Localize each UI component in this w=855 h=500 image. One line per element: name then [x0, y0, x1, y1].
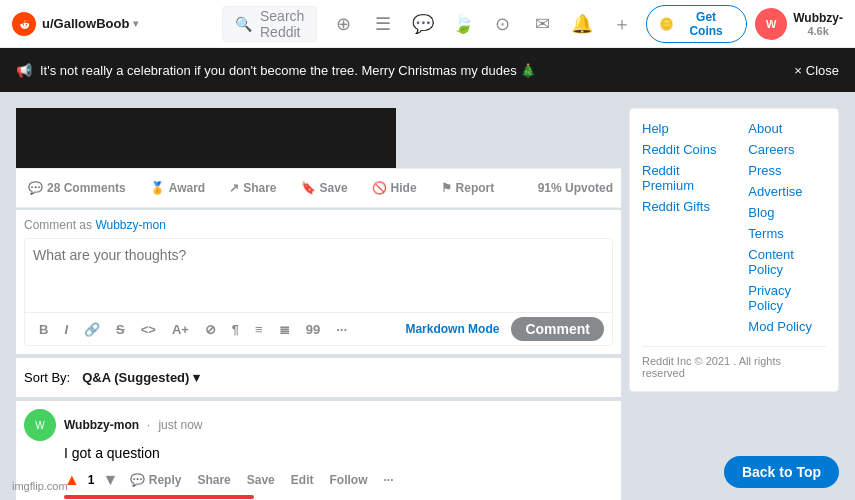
sidebar-link-reddit-gifts[interactable]: Reddit Gifts	[642, 199, 728, 214]
search-bar[interactable]: 🔍 Search Reddit	[222, 6, 317, 42]
bell-icon-btn[interactable]: 🔔	[566, 8, 598, 40]
comments-button[interactable]: 💬 28 Comments	[24, 177, 130, 199]
sidebar-link-terms[interactable]: Terms	[748, 226, 826, 241]
close-label: Close	[806, 63, 839, 78]
comment-follow-label: Follow	[329, 473, 367, 487]
comment-share-button[interactable]: Share	[193, 469, 234, 491]
coin-icon: 🪙	[659, 17, 674, 31]
spoiler-button[interactable]: ⊘	[199, 318, 222, 341]
circle-icon-btn[interactable]: ⊙	[487, 8, 519, 40]
back-to-top-button[interactable]: Back to Top	[724, 456, 839, 488]
sidebar-link-help[interactable]: Help	[642, 121, 728, 136]
comment-as-username[interactable]: Wubbzy-mon	[95, 218, 165, 232]
subreddit-avatar	[12, 12, 36, 36]
subreddit-name-btn[interactable]: u/GallowBoob ▾	[42, 16, 138, 31]
sidebar-col-2: About Careers Press Advertise Blog Terms…	[748, 121, 826, 334]
comment-textarea[interactable]	[25, 239, 612, 309]
main-layout: 💬 28 Comments 🏅 Award ↗ Share 🔖 Save 🚫 H…	[0, 92, 855, 500]
sort-chevron-icon: ▾	[193, 370, 200, 385]
comments-label: 28 Comments	[47, 181, 126, 195]
sidebar-link-privacy-policy[interactable]: Privacy Policy	[748, 283, 826, 313]
share-label: Share	[243, 181, 276, 195]
popular-icon-btn[interactable]: ☰	[367, 8, 399, 40]
username: Wubbzy-	[793, 11, 843, 25]
sidebar-link-reddit-premium[interactable]: Reddit Premium	[642, 163, 728, 193]
plus-icon-btn[interactable]: ＋	[606, 8, 638, 40]
sort-select-button[interactable]: Q&A (Suggested) ▾	[76, 366, 206, 389]
avatar-initial: W	[766, 18, 776, 30]
comment-submit-button[interactable]: Comment	[511, 317, 604, 341]
sort-by-label: Sort By:	[24, 370, 70, 385]
hide-icon: 🚫	[372, 181, 387, 195]
sidebar-link-mod-policy[interactable]: Mod Policy	[748, 319, 826, 334]
sidebar-link-reddit-coins[interactable]: Reddit Coins	[642, 142, 728, 157]
comment-follow-button[interactable]: Follow	[325, 469, 371, 491]
avatar: W	[755, 8, 787, 40]
sort-bar: Sort By: Q&A (Suggested) ▾	[16, 358, 621, 397]
comment-header: W Wubbzy-mon · just now	[24, 409, 613, 441]
sidebar-link-careers[interactable]: Careers	[748, 142, 826, 157]
more-toolbar-button[interactable]: ···	[330, 318, 353, 341]
comment-share-label: Share	[197, 473, 230, 487]
user-info: Wubbzy- 4.6k	[793, 11, 843, 37]
strikethrough-button[interactable]: S	[110, 318, 131, 341]
message-icon-btn[interactable]: ✉	[527, 8, 559, 40]
red-underline-annotation	[64, 495, 254, 499]
sidebar-link-advertise[interactable]: Advertise	[748, 184, 826, 199]
comment-as-prefix: Comment as	[24, 218, 92, 232]
hide-button[interactable]: 🚫 Hide	[368, 177, 421, 199]
quote-button[interactable]: 99	[300, 318, 326, 341]
comment-vote-row: ▲ 1 ▼ 💬 Reply Share Save Edit Follow	[64, 469, 613, 491]
notification-text: 📢 It's not really a celebration if you d…	[16, 63, 536, 78]
home-icon-btn[interactable]: ⊕	[327, 8, 359, 40]
back-to-top-label: Back to Top	[742, 464, 821, 480]
sidebar-link-about[interactable]: About	[748, 121, 826, 136]
comment-save-label: Save	[247, 473, 275, 487]
comment-edit-button[interactable]: Edit	[287, 469, 318, 491]
sidebar-col-1: Help Reddit Coins Reddit Premium Reddit …	[642, 121, 728, 334]
italic-button[interactable]: I	[58, 318, 74, 341]
notification-close-button[interactable]: × Close	[794, 63, 839, 78]
markdown-mode-button[interactable]: Markdown Mode	[405, 322, 499, 336]
comment-author[interactable]: Wubbzy-mon	[64, 418, 139, 432]
sort-value: Q&A (Suggested)	[82, 370, 189, 385]
bullet-list-button[interactable]: ≡	[249, 318, 269, 341]
post-image	[16, 108, 396, 168]
comments-icon: 💬	[28, 181, 43, 195]
award-button[interactable]: 🏅 Award	[146, 177, 209, 199]
notification-bar: 📢 It's not really a celebration if you d…	[0, 48, 855, 92]
numbered-list-button[interactable]: ≣	[273, 318, 296, 341]
user-avatar-btn[interactable]: W Wubbzy- 4.6k	[755, 8, 843, 40]
report-button[interactable]: ⚑ Report	[437, 177, 499, 199]
sidebar-link-press[interactable]: Press	[748, 163, 826, 178]
reply-label: Reply	[149, 473, 182, 487]
bold-button[interactable]: B	[33, 318, 54, 341]
para-button[interactable]: ¶	[226, 318, 245, 341]
get-coins-label: Get Coins	[678, 10, 734, 38]
comment-more-button[interactable]: ···	[379, 469, 397, 491]
hide-label: Hide	[391, 181, 417, 195]
save-button[interactable]: 🔖 Save	[297, 177, 352, 199]
sidebar-dropdown: Help Reddit Coins Reddit Premium Reddit …	[629, 108, 839, 392]
link-button[interactable]: 🔗	[78, 318, 106, 341]
get-coins-button[interactable]: 🪙 Get Coins	[646, 5, 747, 43]
topbar-left: u/GallowBoob ▾	[12, 12, 212, 36]
chat-icon-btn[interactable]: 💬	[407, 8, 439, 40]
save-label: Save	[320, 181, 348, 195]
downvote-button[interactable]: ▼	[103, 471, 119, 489]
comment-text: I got a question	[64, 445, 613, 461]
share-button[interactable]: ↗ Share	[225, 177, 280, 199]
reply-button[interactable]: 💬 Reply	[126, 469, 185, 491]
code-button[interactable]: <>	[135, 318, 162, 341]
search-placeholder: Search Reddit	[260, 8, 304, 40]
comment-container: W Wubbzy-mon · just now I got a question…	[16, 401, 621, 500]
sidebar-link-blog[interactable]: Blog	[748, 205, 826, 220]
comment-toolbar: B I 🔗 S <> A+ ⊘ ¶ ≡ ≣ 99 ··· Markdown Mo…	[25, 312, 612, 345]
comment-dot: ·	[147, 418, 150, 432]
sidebar-link-content-policy[interactable]: Content Policy	[748, 247, 826, 277]
comment-save-button[interactable]: Save	[243, 469, 279, 491]
chevron-down-icon: ▾	[133, 18, 138, 29]
leaf-icon-btn[interactable]: 🍃	[447, 8, 479, 40]
superscript-button[interactable]: A+	[166, 318, 195, 341]
award-label: Award	[169, 181, 205, 195]
